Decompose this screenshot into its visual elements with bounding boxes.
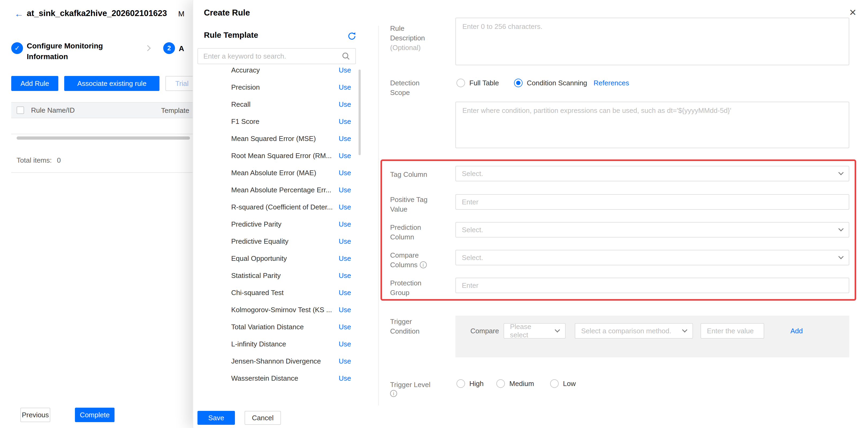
medium-radio[interactable] <box>496 379 505 388</box>
template-item[interactable]: Equal OpportunityUse <box>197 250 356 267</box>
rule-description-textarea[interactable] <box>456 18 849 65</box>
template-item-label: Wasserstein Distance <box>231 374 298 383</box>
low-radio[interactable] <box>550 379 559 388</box>
template-item-label: Predictive Equality <box>231 237 288 245</box>
template-use-link[interactable]: Use <box>339 118 351 126</box>
cancel-button[interactable]: Cancel <box>245 411 281 425</box>
template-use-link[interactable]: Use <box>339 306 351 314</box>
template-use-link[interactable]: Use <box>339 169 351 177</box>
template-item[interactable]: Jensen-Shannon DivergenceUse <box>197 353 356 370</box>
tag-column-select[interactable]: Select. <box>456 166 849 182</box>
template-item-label: Precision <box>231 83 260 92</box>
positive-tag-value-input[interactable] <box>456 194 849 210</box>
template-use-link[interactable]: Use <box>339 237 351 245</box>
horizontal-scrollbar[interactable] <box>17 136 190 140</box>
chevron-down-icon <box>838 170 844 175</box>
template-use-link[interactable]: Use <box>339 83 351 92</box>
prediction-column-label: Prediction Column <box>390 223 421 242</box>
select-all-checkbox[interactable] <box>17 106 24 114</box>
prediction-column-select[interactable]: Select. <box>456 222 849 237</box>
close-icon[interactable]: × <box>849 6 856 18</box>
template-item[interactable]: Statistical ParityUse <box>197 267 356 284</box>
step1-label: Configure Monitoring Information <box>27 41 139 62</box>
template-item-label: Mean Absolute Error (MAE) <box>231 169 316 177</box>
template-item-label: Chi-squared Test <box>231 289 284 297</box>
full-table-radio[interactable] <box>457 79 465 87</box>
template-item[interactable]: Predictive ParityUse <box>197 216 356 233</box>
template-item[interactable]: Root Mean Squared Error (RM...Use <box>197 147 356 164</box>
template-use-link[interactable]: Use <box>339 203 351 211</box>
modal-title: Create Rule <box>204 8 250 18</box>
trigger-value-input[interactable] <box>701 323 764 339</box>
template-item[interactable]: Total Variation DistanceUse <box>197 318 356 335</box>
template-item[interactable]: Mean Absolute Percentage Err...Use <box>197 182 356 198</box>
add-condition-link[interactable]: Add <box>790 327 803 335</box>
condition-scanning-radio[interactable] <box>514 79 523 87</box>
add-rule-button[interactable]: Add Rule <box>11 76 58 91</box>
template-use-link[interactable]: Use <box>339 357 351 365</box>
template-use-link[interactable]: Use <box>339 135 351 143</box>
info-icon[interactable] <box>420 261 427 268</box>
compare-text: Compare <box>470 327 499 335</box>
associate-existing-rule-button[interactable]: Associate existing rule <box>64 76 159 91</box>
medium-label: Medium <box>509 380 534 388</box>
template-item-label: Total Variation Distance <box>231 323 304 331</box>
template-search-input[interactable] <box>204 52 342 61</box>
refresh-icon[interactable] <box>347 32 356 41</box>
save-button[interactable]: Save <box>197 411 235 425</box>
back-arrow-icon[interactable]: ← <box>14 8 24 19</box>
chevron-down-icon <box>838 226 844 231</box>
trigger-level-label: Trigger Level <box>390 380 431 390</box>
template-item[interactable]: Predictive EqualityUse <box>197 233 356 250</box>
screen: ← at_sink_ckafka2hive_202602101623 M ✓ C… <box>0 0 868 428</box>
page-title-suffix: M <box>178 10 184 18</box>
comparison-method-select[interactable]: Select a comparison method. <box>575 323 693 339</box>
protection-group-input[interactable] <box>456 278 849 293</box>
high-radio[interactable] <box>457 379 465 388</box>
template-item[interactable]: AccuracyUse <box>197 62 356 79</box>
template-use-link[interactable]: Use <box>339 152 351 160</box>
references-link[interactable]: References <box>593 79 629 87</box>
template-item[interactable]: R-squared (Coefficient of Deter...Use <box>197 198 356 216</box>
step2-circle: 2 <box>163 42 175 54</box>
template-item-label: Accuracy <box>231 66 260 74</box>
template-use-link[interactable]: Use <box>339 271 351 280</box>
template-item[interactable]: Chi-squared TestUse <box>197 284 356 301</box>
template-item[interactable]: Wasserstein DistanceUse <box>197 370 356 387</box>
info-icon[interactable] <box>390 390 397 397</box>
template-use-link[interactable]: Use <box>339 340 351 348</box>
template-item[interactable]: L-infinity DistanceUse <box>197 335 356 353</box>
modal-footer: Save Cancel <box>193 405 868 428</box>
trigger-level-options: High Medium Low <box>457 379 576 388</box>
condition-textarea[interactable] <box>456 102 849 148</box>
template-use-link[interactable]: Use <box>339 374 351 383</box>
template-item-label: Root Mean Squared Error (RM... <box>231 152 332 160</box>
compare-select[interactable]: Please select <box>503 323 566 339</box>
template-item[interactable]: F1 ScoreUse <box>197 113 356 130</box>
template-use-link[interactable]: Use <box>339 220 351 228</box>
template-use-link[interactable]: Use <box>339 100 351 109</box>
trigger-condition-label: Trigger Condition <box>390 317 420 336</box>
template-item[interactable]: Kolmogorov-Smirnov Test (KS ...Use <box>197 301 356 318</box>
back-button[interactable]: ← <box>14 8 24 19</box>
template-item-label: Statistical Parity <box>231 271 281 280</box>
template-item[interactable]: PrecisionUse <box>197 79 356 96</box>
template-use-link[interactable]: Use <box>339 66 351 74</box>
template-use-link[interactable]: Use <box>339 254 351 263</box>
compare-columns-select[interactable]: Select. <box>456 250 849 265</box>
detection-scope-label: Detection Scope <box>390 78 420 97</box>
template-list-scrollbar[interactable] <box>359 70 361 155</box>
template-item-label: Kolmogorov-Smirnov Test (KS ... <box>231 306 332 314</box>
template-item[interactable]: Mean Squared Error (MSE)Use <box>197 130 356 147</box>
template-use-link[interactable]: Use <box>339 289 351 297</box>
trigger-condition-panel: Compare Please select Select a compariso… <box>456 316 849 357</box>
panel-divider <box>378 26 379 405</box>
template-item[interactable]: Mean Absolute Error (MAE)Use <box>197 164 356 182</box>
previous-button[interactable]: Previous <box>20 408 50 422</box>
template-item-label: Mean Absolute Percentage Err... <box>231 186 331 194</box>
complete-button[interactable]: Complete <box>75 408 115 422</box>
template-use-link[interactable]: Use <box>339 323 351 331</box>
template-item[interactable]: RecallUse <box>197 96 356 113</box>
template-use-link[interactable]: Use <box>339 186 351 194</box>
template-item-label: Recall <box>231 100 250 109</box>
